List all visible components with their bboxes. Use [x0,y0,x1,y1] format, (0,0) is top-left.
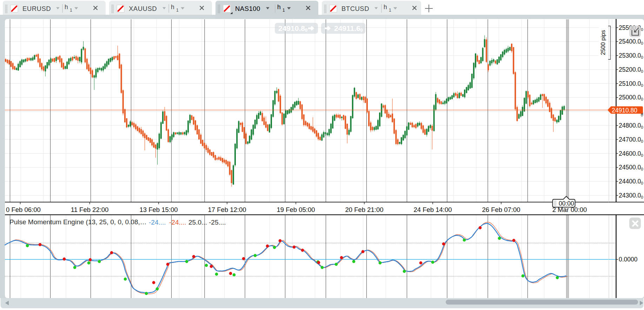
svg-text:1: 1 [176,8,179,13]
svg-text:20 Feb 21:00: 20 Feb 21:00 [345,206,383,213]
svg-text:25.0...: 25.0... [188,219,207,226]
svg-text:24700.00: 24700.00 [619,136,643,143]
svg-text:19 Feb 05:00: 19 Feb 05:00 [277,206,315,213]
svg-text:24911.60: 24911.60 [334,24,363,33]
svg-text:25000.00: 25000.00 [619,94,643,101]
svg-text:17 Feb 12:00: 17 Feb 12:00 [208,206,246,213]
svg-text:h: h [65,4,68,11]
svg-text:EURUSD: EURUSD [22,5,51,12]
svg-text:24910.80: 24910.80 [612,107,637,114]
svg-text:BTCUSD: BTCUSD [341,5,369,12]
svg-text:24 Feb 14:00: 24 Feb 14:00 [413,206,452,213]
svg-text:1: 1 [283,8,285,13]
svg-text:1: 1 [389,8,391,13]
svg-text:-24....: -24.... [169,219,186,226]
svg-text:0 Feb 06:00: 0 Feb 06:00 [6,206,41,213]
svg-text:Pulse Momentum Engine (13, 25,: Pulse Momentum Engine (13, 25, 0, 0, 0.0… [9,218,147,226]
svg-text:24400.00: 24400.00 [619,178,643,185]
svg-text:1: 1 [70,8,72,13]
svg-text:h: h [171,4,174,11]
svg-text:24600.00: 24600.00 [619,150,643,157]
svg-text:11 Feb 22:00: 11 Feb 22:00 [71,206,109,213]
svg-text:25100.00: 25100.00 [619,80,643,88]
svg-text:25300.00: 25300.00 [619,52,643,59]
svg-text:13 Feb 15:00: 13 Feb 15:00 [139,206,178,213]
svg-text:24800.00: 24800.00 [619,122,643,129]
svg-text:24300.00: 24300.00 [619,192,643,199]
svg-text:0: 0 [641,113,643,117]
svg-text:h: h [277,4,281,11]
svg-text:NAS100: NAS100 [235,5,260,12]
svg-text:26 Feb 07:00: 26 Feb 07:00 [482,206,520,213]
svg-text:0.0000: 0.0000 [619,256,638,263]
svg-text:25400.00: 25400.00 [619,38,643,45]
svg-text:XAUUSD: XAUUSD [129,5,157,12]
svg-text:24500.00: 24500.00 [619,164,643,171]
svg-text:24910.80: 24910.80 [278,24,307,33]
svg-text:-24....: -24.... [149,219,166,226]
svg-text:-25....: -25.... [209,219,226,226]
svg-text:h: h [384,4,387,11]
svg-text:2500 pips: 2500 pips [600,30,606,55]
svg-text:25200.00: 25200.00 [619,66,643,73]
svg-text:00:00: 00:00 [559,200,574,207]
